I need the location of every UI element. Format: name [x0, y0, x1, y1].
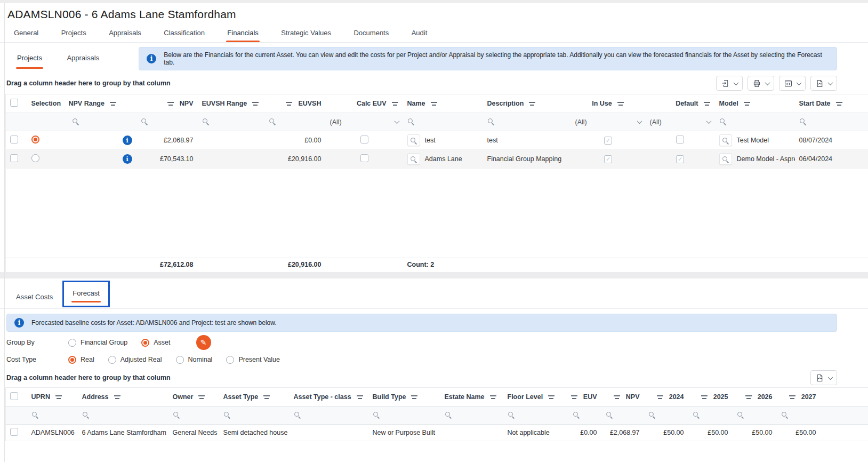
lookup-button[interactable] [407, 134, 420, 146]
default-checkbox-checked[interactable]: ✓ [676, 155, 684, 163]
cost-type-real[interactable]: Real [68, 356, 94, 364]
filter-icon[interactable] [617, 101, 624, 106]
filter-euvsh[interactable] [264, 113, 326, 131]
lookup-button[interactable] [407, 153, 420, 165]
col-in-use[interactable]: In Use [571, 94, 646, 113]
lookup-button[interactable] [719, 134, 732, 146]
filter-euvsh-range[interactable] [198, 113, 264, 131]
filter-default[interactable]: (All) [646, 113, 715, 131]
filter-2024[interactable] [644, 407, 688, 425]
filter-npv-range[interactable] [65, 113, 136, 131]
filter-asset-type-class[interactable] [290, 407, 368, 425]
filter-icon[interactable] [529, 101, 536, 106]
filter-icon[interactable] [701, 394, 708, 400]
cost-type-nominal[interactable]: Nominal [176, 356, 213, 364]
filter-icon[interactable] [745, 394, 752, 400]
filter-npv[interactable] [136, 113, 198, 131]
filter-build-type[interactable] [368, 407, 440, 425]
filter-start-date[interactable] [795, 113, 859, 131]
grid-scrollbar-track[interactable] [0, 272, 868, 278]
group-by-asset[interactable]: Asset [141, 339, 170, 347]
col-2027[interactable]: 2027 [777, 388, 821, 407]
filter-address[interactable] [78, 407, 168, 425]
lookup-button[interactable] [719, 153, 732, 165]
calc-euv-checkbox[interactable] [360, 136, 368, 144]
col-euvsh[interactable]: EUVSH [264, 94, 326, 113]
filter-icon[interactable] [357, 394, 364, 400]
file-export-button[interactable] [810, 370, 837, 385]
filter-2027[interactable] [777, 407, 821, 425]
cost-type-present-value[interactable]: Present Value [226, 356, 280, 364]
edit-button[interactable]: ✎ [196, 335, 211, 350]
cost-type-adjusted-real[interactable]: Adjusted Real [108, 356, 162, 364]
select-all-checkbox[interactable] [10, 392, 18, 400]
tab-forecast[interactable]: Forecast [71, 284, 101, 302]
filter-icon[interactable] [114, 394, 121, 400]
filter-icon[interactable] [286, 101, 293, 106]
col-calc-euv[interactable]: Calc EUV [326, 94, 403, 113]
info-icon[interactable]: i [123, 154, 132, 164]
col-floor-level[interactable]: Floor Level [503, 388, 568, 407]
col-default[interactable]: Default [646, 94, 715, 113]
subtab-appraisals[interactable]: Appraisals [66, 49, 100, 69]
tab-financials[interactable]: Financials [226, 24, 260, 42]
col-build-type[interactable]: Build Type [368, 388, 440, 407]
filter-in-use[interactable]: (All) [571, 113, 646, 131]
filter-icon[interactable] [571, 394, 578, 400]
row-checkbox[interactable] [10, 154, 18, 162]
info-icon[interactable]: i [123, 136, 132, 145]
col-asset-type[interactable]: Asset Type [219, 388, 290, 407]
file-export-button[interactable] [810, 76, 837, 91]
filter-floor-level[interactable] [503, 407, 568, 425]
export-button[interactable] [716, 76, 743, 91]
col-asset-type-class[interactable]: Asset Type - class [290, 388, 368, 407]
default-checkbox[interactable] [676, 136, 684, 144]
select-all-checkbox[interactable] [10, 99, 18, 107]
print-button[interactable] [748, 76, 774, 91]
filter-icon[interactable] [789, 394, 796, 400]
filter-icon[interactable] [198, 394, 205, 400]
col-selection[interactable]: Selection [27, 94, 65, 113]
filter-icon[interactable] [490, 394, 497, 400]
filter-icon[interactable] [431, 101, 438, 106]
filter-npv[interactable] [601, 407, 644, 425]
col-description[interactable]: Description [483, 94, 571, 113]
filter-icon[interactable] [167, 101, 174, 106]
tab-audit[interactable]: Audit [411, 24, 429, 42]
calc-euv-checkbox[interactable] [360, 154, 368, 162]
filter-calc-euv[interactable]: (All) [326, 113, 403, 131]
col-model[interactable]: Model [715, 94, 795, 113]
filter-icon[interactable] [411, 394, 418, 400]
filter-euv[interactable] [568, 407, 601, 425]
filter-2026[interactable] [733, 407, 777, 425]
tab-general[interactable]: General [13, 24, 39, 42]
selection-radio[interactable] [31, 154, 39, 162]
col-2025[interactable]: 2025 [688, 388, 733, 407]
tab-projects[interactable]: Projects [60, 24, 87, 42]
filter-owner[interactable] [168, 407, 219, 425]
filter-icon[interactable] [252, 101, 259, 106]
col-address[interactable]: Address [78, 388, 168, 407]
row-checkbox[interactable] [10, 428, 18, 436]
filter-icon[interactable] [704, 101, 711, 106]
group-by-financial-group[interactable]: Financial Group [68, 339, 127, 347]
filter-icon[interactable] [657, 394, 664, 400]
filter-icon[interactable] [55, 394, 62, 400]
col-estate-name[interactable]: Estate Name [440, 388, 503, 407]
col-name[interactable]: Name [403, 94, 483, 113]
filter-icon[interactable] [263, 394, 270, 400]
col-npv-range[interactable]: NPV Range [65, 94, 136, 113]
col-owner[interactable]: Owner [168, 388, 219, 407]
filter-uprn[interactable] [27, 407, 78, 425]
col-uprn[interactable]: UPRN [27, 388, 78, 407]
row-checkbox[interactable] [10, 136, 18, 144]
filter-icon[interactable] [548, 394, 555, 400]
col-start-date[interactable]: Start Date [795, 94, 859, 113]
col-npv[interactable]: NPV [601, 388, 644, 407]
col-2026[interactable]: 2026 [733, 388, 777, 407]
col-euvsh-range[interactable]: EUVSH Range [198, 94, 264, 113]
tab-documents[interactable]: Documents [352, 24, 390, 42]
subtab-projects[interactable]: Projects [16, 49, 43, 69]
filter-icon[interactable] [392, 101, 399, 106]
filter-description[interactable] [483, 113, 571, 131]
